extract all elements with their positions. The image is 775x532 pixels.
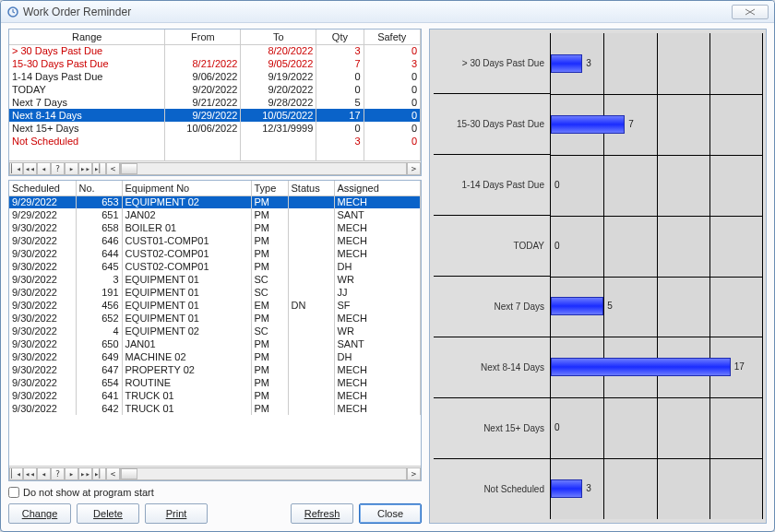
chart-bar-label: 0 (554, 241, 560, 251)
nav-first[interactable]: ▏◂ (9, 162, 23, 175)
detail-row[interactable]: 9/30/2022652EQUIPMENT 01PMMECH (9, 312, 421, 325)
startup-checkbox-label: Do not show at program start (23, 487, 154, 498)
window: Work Order Reminder RangeFromToQtySafety… (0, 0, 775, 532)
summary-row[interactable]: Not Scheduled30 (9, 135, 421, 148)
chart-category-label: TODAY (434, 215, 550, 276)
detail-grid[interactable]: ScheduledNo.Equipment NoTypeStatusAssign… (8, 180, 422, 481)
nav-next[interactable]: ▸ (65, 467, 78, 480)
nav-scroll-left[interactable]: < (106, 162, 120, 175)
nav-next[interactable]: ▸ (65, 162, 78, 175)
window-title: Work Order Reminder (23, 6, 131, 18)
chart-bar-label: 17 (734, 361, 745, 372)
nav-prev-page[interactable]: ◂◂ (23, 467, 37, 480)
summary-col-header[interactable]: Range (9, 30, 165, 44)
nav-next-page[interactable]: ▸▸ (78, 162, 92, 175)
summary-row[interactable]: Next 15+ Days10/06/202212/31/999900 (9, 122, 421, 135)
right-pane: > 30 Days Past Due15-30 Days Past Due1-1… (429, 29, 767, 524)
chart-category-label: 1-14 Days Past Due (434, 154, 550, 215)
summary-col-header[interactable]: From (165, 30, 241, 44)
close-button[interactable]: Close (359, 503, 422, 524)
nav-help[interactable]: ? (51, 467, 65, 480)
nav-prev[interactable]: ◂ (37, 467, 51, 480)
detail-row[interactable]: 9/30/2022645CUST02-COMP01PMDH (9, 260, 421, 273)
nav-scroll-right[interactable]: > (407, 162, 421, 175)
detail-navbar[interactable]: ▏◂ ◂◂ ◂ ? ▸ ▸▸ ▸▏ < > (9, 466, 421, 480)
titlebar: Work Order Reminder (1, 1, 774, 23)
detail-col-header[interactable]: Type (251, 181, 288, 195)
summary-col-header[interactable]: Qty (316, 30, 364, 44)
summary-row[interactable]: TODAY9/20/20229/20/202200 (9, 83, 421, 96)
detail-col-header[interactable]: Assigned (334, 181, 421, 195)
nav-prev-page[interactable]: ◂◂ (23, 162, 37, 175)
detail-row[interactable]: 9/30/20224EQUIPMENT 02SCWR (9, 325, 421, 337)
detail-row[interactable]: 9/29/2022651JAN02PMSANT (9, 208, 421, 221)
nav-scroll-right[interactable]: > (407, 467, 421, 480)
chart-bar (551, 297, 603, 315)
detail-row[interactable]: 9/30/2022650JAN01PMSANT (9, 337, 421, 350)
startup-checkbox[interactable] (8, 487, 19, 498)
chart-category-label: Next 15+ Days (434, 397, 550, 458)
detail-row[interactable]: 9/30/2022456EQUIPMENT 01EMDNSF (9, 299, 421, 312)
detail-row[interactable]: 9/29/2022653EQUIPMENT 02PMMECH (9, 195, 421, 208)
detail-col-header[interactable]: No. (76, 181, 122, 195)
nav-last[interactable]: ▸▏ (92, 162, 106, 175)
chart-bar (551, 54, 582, 73)
chart-category-label: 15-30 Days Past Due (434, 93, 550, 154)
chart-category-label: > 30 Days Past Due (434, 33, 550, 93)
detail-row[interactable]: 9/30/20223EQUIPMENT 01SCWR (9, 273, 421, 286)
detail-row[interactable]: 9/30/2022191EQUIPMENT 01SCJJ (9, 286, 421, 299)
nav-last[interactable]: ▸▏ (92, 467, 106, 480)
detail-row[interactable]: 9/30/2022644CUST02-COMP01PMMECH (9, 247, 421, 260)
summary-row[interactable]: Next 8-14 Days9/29/202210/05/2022170 (9, 109, 421, 122)
detail-row[interactable]: 9/30/2022649MACHINE 02PMDH (9, 350, 421, 363)
app-icon (6, 6, 19, 18)
detail-col-header[interactable]: Scheduled (9, 181, 76, 195)
nav-next-page[interactable]: ▸▸ (78, 467, 92, 480)
summary-col-header[interactable]: To (241, 30, 316, 44)
chart-bar-label: 7 (628, 119, 634, 129)
detail-row[interactable]: 9/30/2022647PROPERTY 02PMMECH (9, 363, 421, 376)
left-pane: RangeFromToQtySafety > 30 Days Past Due8… (8, 29, 422, 524)
detail-row[interactable]: 9/30/2022658BOILER 01PMMECH (9, 221, 421, 234)
chart-bar-label: 3 (586, 483, 591, 493)
nav-scroll-left[interactable]: < (106, 467, 120, 480)
detail-row[interactable]: 9/30/2022642TRUCK 01PMMECH (9, 402, 421, 415)
detail-col-header[interactable]: Equipment No (122, 181, 251, 195)
chart-category-label: Not Scheduled (434, 458, 550, 519)
summary-navbar[interactable]: ▏◂ ◂◂ ◂ ? ▸ ▸▸ ▸▏ < > (9, 160, 421, 175)
chart: > 30 Days Past Due15-30 Days Past Due1-1… (429, 29, 767, 524)
content: RangeFromToQtySafety > 30 Days Past Due8… (8, 29, 767, 524)
summary-row[interactable]: Next 7 Days9/21/20229/28/202250 (9, 96, 421, 109)
summary-grid[interactable]: RangeFromToQtySafety > 30 Days Past Due8… (8, 29, 422, 176)
startup-check-row: Do not show at program start (8, 485, 422, 500)
chart-bar-label: 0 (554, 422, 560, 432)
summary-col-header[interactable]: Safety (364, 30, 420, 44)
chart-bar-label: 0 (554, 180, 560, 190)
chart-bar (551, 115, 625, 134)
nav-help[interactable]: ? (51, 162, 65, 175)
detail-row[interactable]: 9/30/2022641TRUCK 01PMMECH (9, 389, 421, 402)
summary-row[interactable]: 15-30 Days Past Due8/21/20229/05/202273 (9, 57, 421, 70)
chart-bar-label: 5 (607, 301, 613, 311)
detail-row[interactable]: 9/30/2022654ROUTINEPMMECH (9, 376, 421, 389)
chart-bar (551, 358, 731, 376)
chart-category-label: Next 8-14 Days (434, 337, 550, 397)
nav-prev[interactable]: ◂ (37, 162, 51, 175)
chart-category-label: Next 7 Days (434, 276, 550, 337)
detail-row[interactable]: 9/30/2022646CUST01-COMP01PMMECH (9, 234, 421, 247)
print-button[interactable]: Print (145, 503, 208, 524)
button-row: Change Delete Print Refresh Close (8, 503, 422, 524)
detail-col-header[interactable]: Status (288, 181, 334, 195)
nav-scrollbar[interactable] (120, 162, 407, 175)
summary-row[interactable]: > 30 Days Past Due8/20/202230 (9, 44, 421, 57)
delete-button[interactable]: Delete (77, 503, 139, 524)
close-icon[interactable] (732, 5, 769, 19)
nav-first[interactable]: ▏◂ (9, 467, 23, 480)
summary-row[interactable]: 1-14 Days Past Due9/06/20229/19/202200 (9, 70, 421, 83)
refresh-button[interactable]: Refresh (291, 503, 353, 524)
chart-bar (551, 479, 582, 498)
change-button[interactable]: Change (8, 503, 71, 524)
chart-bar-label: 3 (586, 58, 591, 68)
nav-scrollbar[interactable] (120, 467, 407, 480)
